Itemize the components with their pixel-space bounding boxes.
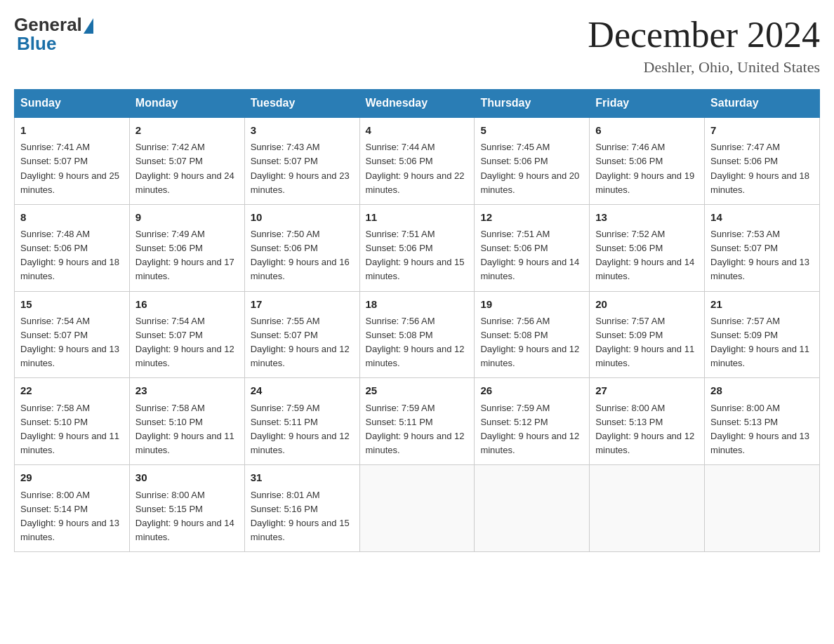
day-info: Sunrise: 7:57 AMSunset: 5:09 PMDaylight:… (595, 316, 694, 368)
col-header-friday: Friday (590, 90, 705, 118)
header: General Blue December 2024 Deshler, Ohio… (14, 14, 820, 76)
day-info: Sunrise: 7:55 AMSunset: 5:07 PMDaylight:… (251, 316, 350, 368)
day-info: Sunrise: 7:42 AMSunset: 5:07 PMDaylight:… (135, 142, 234, 194)
calendar-cell: 27Sunrise: 8:00 AMSunset: 5:13 PMDayligh… (590, 378, 705, 465)
day-number: 31 (251, 469, 354, 485)
day-number: 18 (366, 296, 469, 312)
day-number: 29 (20, 469, 124, 485)
col-header-thursday: Thursday (475, 90, 590, 118)
calendar-cell (475, 465, 590, 552)
day-info: Sunrise: 8:00 AMSunset: 5:14 PMDaylight:… (20, 490, 119, 542)
calendar-week-row: 1Sunrise: 7:41 AMSunset: 5:07 PMDaylight… (15, 117, 820, 204)
day-info: Sunrise: 7:51 AMSunset: 5:06 PMDaylight:… (366, 229, 465, 281)
day-info: Sunrise: 7:53 AMSunset: 5:07 PMDaylight:… (710, 229, 809, 281)
day-number: 2 (135, 122, 239, 138)
day-number: 19 (480, 296, 583, 312)
day-number: 8 (20, 209, 124, 225)
day-info: Sunrise: 7:48 AMSunset: 5:06 PMDaylight:… (20, 229, 119, 281)
day-number: 26 (480, 382, 583, 398)
calendar-cell: 8Sunrise: 7:48 AMSunset: 5:06 PMDaylight… (15, 204, 130, 291)
day-info: Sunrise: 7:43 AMSunset: 5:07 PMDaylight:… (251, 142, 350, 194)
day-number: 6 (595, 122, 699, 138)
day-number: 7 (710, 122, 814, 138)
calendar-cell: 26Sunrise: 7:59 AMSunset: 5:12 PMDayligh… (475, 378, 590, 465)
calendar-cell: 19Sunrise: 7:56 AMSunset: 5:08 PMDayligh… (475, 291, 590, 378)
calendar-week-row: 29Sunrise: 8:00 AMSunset: 5:14 PMDayligh… (15, 465, 820, 552)
calendar-cell (590, 465, 705, 552)
day-number: 11 (366, 209, 469, 225)
col-header-wednesday: Wednesday (359, 90, 475, 118)
location-title: Deshler, Ohio, United States (588, 58, 820, 76)
col-header-sunday: Sunday (15, 90, 130, 118)
calendar-cell: 12Sunrise: 7:51 AMSunset: 5:06 PMDayligh… (475, 204, 590, 291)
day-number: 9 (135, 209, 239, 225)
calendar-cell: 11Sunrise: 7:51 AMSunset: 5:06 PMDayligh… (359, 204, 475, 291)
day-number: 17 (251, 296, 354, 312)
day-info: Sunrise: 7:45 AMSunset: 5:06 PMDaylight:… (480, 142, 579, 194)
day-info: Sunrise: 7:58 AMSunset: 5:10 PMDaylight:… (135, 403, 234, 455)
calendar-cell: 25Sunrise: 7:59 AMSunset: 5:11 PMDayligh… (359, 378, 475, 465)
logo-triangle-icon (84, 18, 93, 34)
day-info: Sunrise: 7:54 AMSunset: 5:07 PMDaylight:… (135, 316, 234, 368)
calendar-week-row: 15Sunrise: 7:54 AMSunset: 5:07 PMDayligh… (15, 291, 820, 378)
day-number: 30 (135, 469, 239, 485)
day-info: Sunrise: 7:44 AMSunset: 5:06 PMDaylight:… (366, 142, 465, 194)
calendar-cell: 20Sunrise: 7:57 AMSunset: 5:09 PMDayligh… (590, 291, 705, 378)
day-info: Sunrise: 8:00 AMSunset: 5:15 PMDaylight:… (135, 490, 234, 542)
day-info: Sunrise: 7:59 AMSunset: 5:12 PMDaylight:… (480, 403, 579, 455)
calendar-cell: 2Sunrise: 7:42 AMSunset: 5:07 PMDaylight… (129, 117, 244, 204)
day-info: Sunrise: 7:52 AMSunset: 5:06 PMDaylight:… (595, 229, 694, 281)
logo: General Blue (14, 14, 93, 55)
day-info: Sunrise: 7:58 AMSunset: 5:10 PMDaylight:… (20, 403, 119, 455)
calendar-cell: 7Sunrise: 7:47 AMSunset: 5:06 PMDaylight… (705, 117, 820, 204)
day-number: 24 (251, 382, 354, 398)
calendar-cell: 5Sunrise: 7:45 AMSunset: 5:06 PMDaylight… (475, 117, 590, 204)
calendar-cell: 6Sunrise: 7:46 AMSunset: 5:06 PMDaylight… (590, 117, 705, 204)
day-info: Sunrise: 8:00 AMSunset: 5:13 PMDaylight:… (595, 403, 694, 455)
calendar-cell: 22Sunrise: 7:58 AMSunset: 5:10 PMDayligh… (15, 378, 130, 465)
day-info: Sunrise: 7:50 AMSunset: 5:06 PMDaylight:… (251, 229, 350, 281)
calendar-cell: 21Sunrise: 7:57 AMSunset: 5:09 PMDayligh… (705, 291, 820, 378)
col-header-tuesday: Tuesday (244, 90, 359, 118)
day-number: 27 (595, 382, 699, 398)
day-number: 3 (251, 122, 354, 138)
calendar-cell: 28Sunrise: 8:00 AMSunset: 5:13 PMDayligh… (705, 378, 820, 465)
day-number: 5 (480, 122, 583, 138)
day-info: Sunrise: 7:57 AMSunset: 5:09 PMDaylight:… (710, 316, 809, 368)
day-number: 4 (366, 122, 469, 138)
day-number: 13 (595, 209, 699, 225)
day-number: 1 (20, 122, 124, 138)
day-info: Sunrise: 8:00 AMSunset: 5:13 PMDaylight:… (710, 403, 809, 455)
day-info: Sunrise: 7:54 AMSunset: 5:07 PMDaylight:… (20, 316, 119, 368)
day-number: 28 (710, 382, 814, 398)
day-number: 12 (480, 209, 583, 225)
col-header-saturday: Saturday (705, 90, 820, 118)
day-number: 22 (20, 382, 124, 398)
calendar-cell: 17Sunrise: 7:55 AMSunset: 5:07 PMDayligh… (244, 291, 359, 378)
calendar-cell: 24Sunrise: 7:59 AMSunset: 5:11 PMDayligh… (244, 378, 359, 465)
calendar-header-row: SundayMondayTuesdayWednesdayThursdayFrid… (15, 90, 820, 118)
month-title: December 2024 (588, 14, 820, 55)
day-number: 16 (135, 296, 239, 312)
calendar-cell: 4Sunrise: 7:44 AMSunset: 5:06 PMDaylight… (359, 117, 475, 204)
calendar-cell (359, 465, 475, 552)
day-number: 21 (710, 296, 814, 312)
day-info: Sunrise: 7:56 AMSunset: 5:08 PMDaylight:… (366, 316, 465, 368)
calendar-cell: 10Sunrise: 7:50 AMSunset: 5:06 PMDayligh… (244, 204, 359, 291)
day-info: Sunrise: 7:49 AMSunset: 5:06 PMDaylight:… (135, 229, 234, 281)
day-info: Sunrise: 7:59 AMSunset: 5:11 PMDaylight:… (366, 403, 465, 455)
day-number: 25 (366, 382, 469, 398)
title-area: December 2024 Deshler, Ohio, United Stat… (588, 14, 820, 76)
calendar-cell: 30Sunrise: 8:00 AMSunset: 5:15 PMDayligh… (129, 465, 244, 552)
calendar-cell (705, 465, 820, 552)
calendar-cell: 16Sunrise: 7:54 AMSunset: 5:07 PMDayligh… (129, 291, 244, 378)
calendar-cell: 1Sunrise: 7:41 AMSunset: 5:07 PMDaylight… (15, 117, 130, 204)
day-number: 14 (710, 209, 814, 225)
day-number: 23 (135, 382, 239, 398)
calendar-cell: 14Sunrise: 7:53 AMSunset: 5:07 PMDayligh… (705, 204, 820, 291)
day-info: Sunrise: 7:51 AMSunset: 5:06 PMDaylight:… (480, 229, 579, 281)
day-info: Sunrise: 7:47 AMSunset: 5:06 PMDaylight:… (710, 142, 809, 194)
calendar-week-row: 8Sunrise: 7:48 AMSunset: 5:06 PMDaylight… (15, 204, 820, 291)
calendar-cell: 9Sunrise: 7:49 AMSunset: 5:06 PMDaylight… (129, 204, 244, 291)
logo-blue-text: Blue (14, 33, 56, 55)
